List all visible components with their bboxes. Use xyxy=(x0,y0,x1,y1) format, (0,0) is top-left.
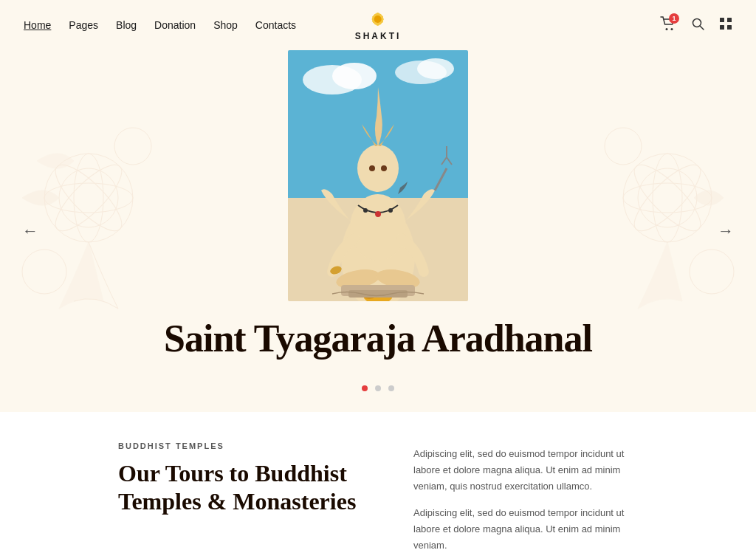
nav-pages[interactable]: Pages xyxy=(69,19,98,31)
svg-point-14 xyxy=(671,28,673,30)
arrow-right-button[interactable]: → xyxy=(710,214,741,248)
hero-image xyxy=(288,50,468,301)
nav-contacts[interactable]: Contacts xyxy=(255,19,296,31)
svg-point-50 xyxy=(363,208,368,213)
below-hero-section: BUDDHIST TEMPLES Our Tours to BuddhistTe… xyxy=(0,412,756,550)
dot-2[interactable] xyxy=(375,385,381,391)
svg-point-13 xyxy=(666,28,668,30)
search-icon xyxy=(691,17,704,30)
hero-statue-image xyxy=(288,50,468,301)
dot-3[interactable] xyxy=(388,385,394,391)
hero-content: Saint Tyagaraja Aradhanal xyxy=(0,50,756,412)
below-left: BUDDHIST TEMPLES Our Tours to BuddhistTe… xyxy=(118,441,369,516)
nav-blog[interactable]: Blog xyxy=(116,19,137,31)
nav-shop[interactable]: Shop xyxy=(213,19,238,31)
nav-home[interactable]: Home xyxy=(24,19,51,31)
dot-1[interactable] xyxy=(362,385,368,391)
svg-line-16 xyxy=(701,27,704,30)
svg-rect-60 xyxy=(348,290,408,298)
svg-rect-18 xyxy=(727,18,732,22)
svg-point-49 xyxy=(381,165,387,171)
svg-point-42 xyxy=(417,58,454,79)
svg-rect-19 xyxy=(720,25,724,30)
logo[interactable]: SHAKTI xyxy=(355,9,402,41)
arrow-left-button[interactable]: ← xyxy=(15,214,46,248)
search-button[interactable] xyxy=(691,17,704,33)
section-label: BUDDHIST TEMPLES xyxy=(118,441,369,450)
hero-section: Saint Tyagaraja Aradhanal ← → xyxy=(0,50,756,412)
hero-title: Saint Tyagaraja Aradhanal xyxy=(164,317,592,360)
svg-rect-17 xyxy=(720,18,724,22)
grid-icon xyxy=(719,17,732,30)
nav-left: Home Pages Blog Donation Shop Contacts xyxy=(24,19,296,31)
svg-point-40 xyxy=(332,63,377,89)
svg-point-47 xyxy=(357,145,399,192)
svg-rect-20 xyxy=(727,25,732,30)
below-right: Adipiscing elit, sed do euismod tempor i… xyxy=(413,441,638,550)
svg-point-15 xyxy=(693,19,701,27)
nav-right: 1 xyxy=(660,16,732,34)
hero-dots xyxy=(362,385,394,391)
below-para-1: Adipiscing elit, sed do euismod tempor i… xyxy=(413,446,638,495)
svg-point-52 xyxy=(388,208,393,213)
cart-button[interactable]: 1 xyxy=(660,16,676,34)
svg-point-48 xyxy=(369,165,375,171)
section-title: Our Tours to BuddhistTemples & Monasteri… xyxy=(118,459,369,516)
below-para-2: Adipiscing elit, sed do euismod tempor i… xyxy=(413,505,638,550)
svg-point-51 xyxy=(375,211,381,217)
svg-point-12 xyxy=(374,16,382,23)
logo-text: SHAKTI xyxy=(355,31,402,41)
grid-menu-button[interactable] xyxy=(719,17,732,33)
header: Home Pages Blog Donation Shop Contacts S… xyxy=(0,0,756,50)
cart-badge: 1 xyxy=(669,13,679,24)
nav-donation[interactable]: Donation xyxy=(154,19,196,31)
logo-flower-icon xyxy=(365,9,391,30)
svg-point-46 xyxy=(350,194,406,261)
